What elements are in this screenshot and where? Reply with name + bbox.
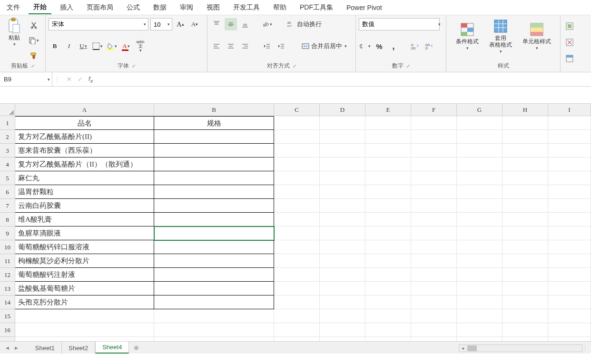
number-format-select[interactable] <box>359 18 440 30</box>
menu-文件[interactable]: 文件 <box>2 1 25 14</box>
cell-E4[interactable] <box>365 157 411 171</box>
font-size-select[interactable] <box>150 18 172 30</box>
cell-I2[interactable] <box>548 130 591 144</box>
cell-B3[interactable] <box>154 144 274 157</box>
cell-I3[interactable] <box>548 144 591 157</box>
cell-G3[interactable] <box>457 144 502 157</box>
cell-C4[interactable] <box>274 157 320 171</box>
row-header-8[interactable]: 8 <box>0 213 15 226</box>
decrease-decimal-button[interactable]: .00.0 <box>423 40 435 52</box>
cell-F7[interactable] <box>411 199 457 213</box>
grid-body[interactable]: 1品名规格2复方对乙酰氨基酚片(II)3塞来昔布胶囊（西乐葆）4复方对乙酰氨基酚… <box>0 116 591 351</box>
menu-视图[interactable]: 视图 <box>202 1 225 14</box>
cell-G9[interactable] <box>457 226 502 240</box>
fill-color-button[interactable]: ▾ <box>106 40 118 52</box>
cell-F4[interactable] <box>411 157 457 171</box>
row-header-2[interactable]: 2 <box>0 130 15 144</box>
delete-cells-button[interactable] <box>563 36 576 49</box>
cell-C7[interactable] <box>274 199 320 213</box>
cell-C5[interactable] <box>274 171 320 185</box>
cell-H8[interactable] <box>502 213 548 226</box>
decrease-indent-button[interactable] <box>261 40 273 52</box>
cell-D14[interactable] <box>320 295 365 309</box>
cell-F16[interactable] <box>411 323 457 337</box>
row-header-13[interactable]: 13 <box>0 282 15 295</box>
sheet-tab-Sheet2[interactable]: Sheet2 <box>62 343 95 354</box>
row-header-14[interactable]: 14 <box>0 295 15 309</box>
cell-D7[interactable] <box>320 199 365 213</box>
cell-F6[interactable] <box>411 185 457 199</box>
cell-D15[interactable] <box>320 309 365 323</box>
cell-E7[interactable] <box>365 199 411 213</box>
col-header-G[interactable]: G <box>457 104 502 116</box>
scrollbar-thumb[interactable] <box>467 345 477 351</box>
menu-页面布局[interactable]: 页面布局 <box>82 1 118 14</box>
cell-C3[interactable] <box>274 144 320 157</box>
conditional-format-button[interactable]: 条件格式▾ <box>453 21 482 51</box>
cell-H7[interactable] <box>502 199 548 213</box>
percent-button[interactable]: % <box>373 40 385 52</box>
confirm-formula-button[interactable]: ✓ <box>78 76 83 83</box>
italic-button[interactable]: I <box>63 40 75 52</box>
cell-H12[interactable] <box>502 268 548 282</box>
cell-D12[interactable] <box>320 268 365 282</box>
menu-插入[interactable]: 插入 <box>55 1 78 14</box>
row-header-12[interactable]: 12 <box>0 268 15 282</box>
align-right-button[interactable] <box>239 40 251 52</box>
border-button[interactable]: ▾ <box>91 40 104 52</box>
cell-H5[interactable] <box>502 171 548 185</box>
cell-B7[interactable] <box>154 199 274 213</box>
cell-D3[interactable] <box>320 144 365 157</box>
sheet-tab-Sheet1[interactable]: Sheet1 <box>29 343 62 354</box>
cell-D8[interactable] <box>320 213 365 226</box>
cell-E3[interactable] <box>365 144 411 157</box>
menu-帮助[interactable]: 帮助 <box>268 1 291 14</box>
cell-I9[interactable] <box>548 226 591 240</box>
cell-G11[interactable] <box>457 254 502 268</box>
cell-C11[interactable] <box>274 254 320 268</box>
cell-I13[interactable] <box>548 282 591 295</box>
cell-H2[interactable] <box>502 130 548 144</box>
cell-I12[interactable] <box>548 268 591 282</box>
cell-G16[interactable] <box>457 323 502 337</box>
cell-F10[interactable] <box>411 240 457 254</box>
cell-F2[interactable] <box>411 130 457 144</box>
menu-审阅[interactable]: 审阅 <box>175 1 198 14</box>
horizontal-scrollbar[interactable]: ◄ <box>459 344 582 352</box>
cell-D11[interactable] <box>320 254 365 268</box>
menu-Power Pivot[interactable]: Power Pivot <box>342 2 387 13</box>
cell-B4[interactable] <box>154 157 274 171</box>
cell-B6[interactable] <box>154 185 274 199</box>
sheet-tab-Sheet4[interactable]: Sheet4 <box>95 341 129 354</box>
cell-E5[interactable] <box>365 171 411 185</box>
cell-D2[interactable] <box>320 130 365 144</box>
number-launcher[interactable]: ⤢ <box>406 64 410 69</box>
orientation-button[interactable]: ab▾ <box>261 18 273 30</box>
comma-button[interactable]: , <box>387 40 400 52</box>
cell-A12[interactable]: 葡萄糖酸钙注射液 <box>15 268 154 282</box>
cell-B11[interactable] <box>154 254 274 268</box>
cell-A8[interactable]: 维A酸乳膏 <box>15 213 154 226</box>
font-launcher[interactable]: ⤢ <box>132 64 136 69</box>
select-all-corner[interactable] <box>0 104 15 116</box>
cell-C2[interactable] <box>274 130 320 144</box>
fx-button[interactable]: fx <box>89 75 93 84</box>
cell-I6[interactable] <box>548 185 591 199</box>
cell-C12[interactable] <box>274 268 320 282</box>
cell-F15[interactable] <box>411 309 457 323</box>
cell-G12[interactable] <box>457 268 502 282</box>
cell-C14[interactable] <box>274 295 320 309</box>
accounting-format-button[interactable]: ₵▾ <box>359 40 371 52</box>
paste-button[interactable]: 粘贴 ▾ <box>3 17 26 48</box>
decrease-font-button[interactable]: A▾ <box>188 18 201 30</box>
col-header-D[interactable]: D <box>320 104 365 116</box>
cell-D13[interactable] <box>320 282 365 295</box>
cell-A3[interactable]: 塞来昔布胶囊（西乐葆） <box>15 144 154 157</box>
cell-B12[interactable] <box>154 268 274 282</box>
cell-D9[interactable] <box>320 226 365 240</box>
chevron-down-icon[interactable]: ▾ <box>48 77 50 82</box>
format-table-button[interactable]: 套用 表格格式▾ <box>486 18 515 55</box>
row-header-5[interactable]: 5 <box>0 171 15 185</box>
cell-A10[interactable]: 葡萄糖酸钙锌口服溶液 <box>15 240 154 254</box>
format-painter-button[interactable] <box>28 49 40 62</box>
